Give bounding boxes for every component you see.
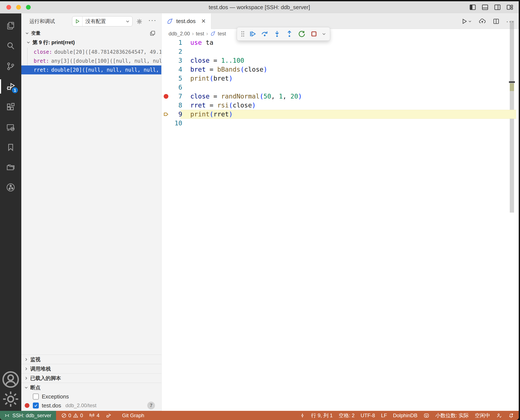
breakpoint-gutter[interactable] <box>162 56 170 65</box>
run-file-button[interactable] <box>461 18 472 25</box>
breakpoint-count-badge: 7 <box>147 402 155 409</box>
code-line-6[interactable]: 6 <box>162 83 519 92</box>
notifications-bell-icon[interactable] <box>505 411 519 420</box>
loaded-scripts-section-header[interactable]: 已载入的脚本 <box>21 373 161 383</box>
variables-section-header[interactable]: 变量 <box>21 29 161 37</box>
debug-continue-icon[interactable] <box>248 29 257 39</box>
tab-close-icon[interactable]: ✕ <box>201 18 206 24</box>
cursor-position-indicator[interactable]: 行 9, 列 1 <box>308 411 336 420</box>
debug-restart-icon[interactable] <box>297 29 307 39</box>
debug-toolbar-chevron-icon[interactable] <box>321 31 327 37</box>
remote-indicator[interactable]: SSH: ddb_server <box>0 411 56 420</box>
breakpoint-dot-icon[interactable] <box>164 94 168 99</box>
code-line-1[interactable]: 1use ta <box>162 38 519 47</box>
call-stack-label: 调用堆栈 <box>30 365 51 372</box>
search-icon[interactable] <box>0 36 21 56</box>
debug-scope-row[interactable]: 第 9 行: print(rret) <box>21 38 161 47</box>
git-graph-status-item[interactable]: Git Graph <box>119 411 147 420</box>
code-line-5[interactable]: 5print(bret) <box>162 74 519 83</box>
debug-step-over-icon[interactable] <box>260 29 270 39</box>
code-line-8[interactable]: 8rret = rsi(close) <box>162 101 519 110</box>
title-bar: test.dos — workspace [SSH: ddb_server] <box>0 1 519 13</box>
debug-settings-gear-icon[interactable] <box>136 18 143 25</box>
feedback-smiley-icon[interactable] <box>421 411 432 420</box>
bookmarks-icon[interactable] <box>0 137 21 157</box>
line-number: 4 <box>170 65 182 74</box>
variable-value: double[20]([48.78142836264547, 49.16… <box>54 49 161 55</box>
run-and-debug-icon[interactable]: 1 <box>0 76 21 97</box>
file-explorer-folder-icon[interactable] <box>0 157 21 178</box>
copy-value-icon[interactable] <box>149 30 156 37</box>
explorer-icon[interactable] <box>0 15 21 36</box>
code-line-3[interactable]: 3close = 1..100 <box>162 56 519 65</box>
debug-config-dropdown[interactable]: 没有配置 <box>72 16 133 26</box>
code-text <box>182 83 190 92</box>
breakpoint-gutter[interactable] <box>162 38 170 47</box>
breadcrumb-item[interactable]: ddb_2.00 <box>169 31 190 37</box>
breakpoints-section-header[interactable]: 断点 <box>21 383 161 392</box>
decimals-indicator[interactable]: 小数位数: 实际 <box>432 411 472 420</box>
encoding-indicator[interactable]: UTF-8 <box>358 411 378 420</box>
toggle-primary-sidebar-icon[interactable] <box>469 3 476 11</box>
start-debug-icon[interactable] <box>72 16 82 26</box>
breadcrumb-item[interactable]: test <box>218 31 226 37</box>
commit-icon[interactable] <box>297 411 308 420</box>
breakpoint-gutter[interactable] <box>162 119 170 128</box>
code-line-2[interactable]: 2 <box>162 47 519 56</box>
remote-label: SSH: ddb_server <box>12 412 51 419</box>
debug-step-into-icon[interactable] <box>272 29 282 39</box>
breakpoint-checkbox[interactable] <box>33 403 39 408</box>
toggle-panel-icon[interactable] <box>481 3 489 11</box>
extensions-icon[interactable] <box>0 97 21 117</box>
ports-indicator[interactable]: 4 <box>86 411 102 420</box>
debug-status-icon[interactable] <box>103 411 115 420</box>
state-label: 空闲中 <box>475 412 490 419</box>
call-stack-section-header[interactable]: 调用堆栈 <box>21 364 161 373</box>
debug-step-out-icon[interactable] <box>284 29 294 39</box>
accounts-icon[interactable] <box>0 369 21 390</box>
breakpoint-gutter[interactable] <box>162 65 170 74</box>
language-mode-indicator[interactable]: DolphinDB <box>390 411 421 420</box>
problems-indicator[interactable]: 0 0 <box>58 411 86 420</box>
run-debug-sidebar: 运行和调试 没有配置 ··· 变量 第 <box>21 14 162 411</box>
git-graph-icon[interactable] <box>0 177 21 197</box>
tab-test-dos[interactable]: test.dos ✕ <box>162 14 211 29</box>
debug-stop-icon[interactable] <box>309 29 319 39</box>
variable-row-close[interactable]: close:double[20]([48.78142836264547, 49.… <box>21 48 161 57</box>
code-text: use ta <box>182 38 213 47</box>
exceptions-breakpoint-row[interactable]: Exceptions <box>21 392 161 401</box>
breadcrumb-item[interactable]: test <box>196 31 204 37</box>
chevron-down-icon[interactable] <box>468 19 472 23</box>
remote-explorer-icon[interactable] <box>0 117 21 137</box>
tab-label: test.dos <box>176 18 196 24</box>
breakpoint-gutter[interactable] <box>162 83 170 92</box>
settings-gear-icon[interactable] <box>0 389 21 409</box>
code-line-9[interactable]: 9print(rret) <box>162 110 519 119</box>
sidebar-more-actions-icon[interactable]: ··· <box>148 16 157 24</box>
toggle-secondary-sidebar-icon[interactable] <box>494 3 501 11</box>
exceptions-checkbox[interactable] <box>33 394 39 399</box>
person-check-icon[interactable] <box>493 411 505 420</box>
code-line-4[interactable]: 4bret = bBands(close) <box>162 65 519 74</box>
code-line-10[interactable]: 10 <box>162 119 519 128</box>
line-number: 2 <box>170 47 182 56</box>
breakpoint-gutter[interactable] <box>162 74 170 83</box>
customize-layout-icon[interactable] <box>506 3 514 11</box>
watch-section-header[interactable]: 监视 <box>21 354 161 364</box>
indentation-indicator[interactable]: 空格: 2 <box>336 411 358 420</box>
breakpoint-gutter[interactable] <box>162 110 170 119</box>
connection-state-indicator[interactable]: 空闲中 <box>472 411 493 420</box>
code-editor[interactable]: 1use ta23close = 1..1004bret = bBands(cl… <box>162 38 519 411</box>
variable-row-rret[interactable]: rret:double[20]([null, null, null, null,… <box>21 66 161 75</box>
eol-indicator[interactable]: LF <box>378 411 390 420</box>
source-control-icon[interactable] <box>0 56 21 76</box>
split-editor-icon[interactable] <box>492 18 500 25</box>
toolbar-drag-grip[interactable] <box>240 31 245 37</box>
breakpoint-gutter[interactable] <box>162 47 170 56</box>
variable-row-bret[interactable]: bret:any[3]([double[100]([null, null, nu… <box>21 57 161 66</box>
file-breakpoint-row[interactable]: test.dos ddb_2.00/test 7 <box>21 401 161 410</box>
code-line-7[interactable]: 7close = randNormal(50, 1, 20) <box>162 92 519 101</box>
upload-cloud-icon[interactable] <box>478 17 486 25</box>
breakpoint-gutter[interactable] <box>162 92 170 101</box>
breakpoint-gutter[interactable] <box>162 101 170 110</box>
